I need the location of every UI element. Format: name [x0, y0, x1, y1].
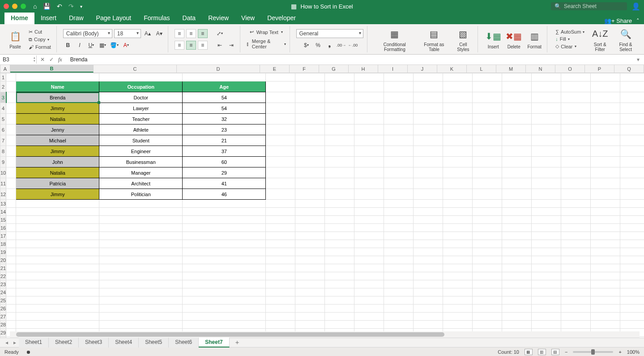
cell-I11[interactable]: [384, 178, 414, 189]
cell-B23[interactable]: [16, 280, 99, 288]
cell-K17[interactable]: [443, 232, 473, 240]
cell-D20[interactable]: [183, 256, 266, 264]
cell-J16[interactable]: [414, 224, 443, 232]
cell-G28[interactable]: [325, 321, 354, 329]
cell-N12[interactable]: [532, 189, 561, 200]
cell-K18[interactable]: [443, 240, 473, 248]
cell-O1[interactable]: [561, 73, 591, 81]
cell-Q4[interactable]: [620, 103, 644, 114]
bold-button[interactable]: B: [63, 41, 73, 50]
cell-M23[interactable]: [502, 280, 532, 288]
cell-M22[interactable]: [502, 272, 532, 280]
cell-P2[interactable]: [591, 81, 620, 92]
row-header-20[interactable]: 20: [0, 256, 6, 264]
col-header-M[interactable]: M: [496, 65, 526, 73]
row-header-10[interactable]: 10: [0, 167, 6, 178]
cell-N4[interactable]: [532, 103, 561, 114]
fill-color-button[interactable]: 🪣▾: [110, 41, 119, 50]
cell-C16[interactable]: [99, 224, 183, 232]
border-button[interactable]: ▦▾: [98, 41, 108, 50]
cell-I24[interactable]: [384, 288, 414, 296]
cell-P16[interactable]: [591, 224, 620, 232]
cell-O11[interactable]: [561, 178, 591, 189]
cell-I14[interactable]: [384, 208, 414, 216]
cell-A16[interactable]: [6, 224, 16, 232]
cell-C19[interactable]: [99, 248, 183, 256]
cell-E5[interactable]: [266, 114, 295, 124]
col-header-C[interactable]: C: [94, 65, 177, 73]
search-sheet-input[interactable]: 🔍 Search Sheet: [551, 2, 627, 10]
fx-icon[interactable]: fx: [58, 56, 62, 63]
cell-P3[interactable]: [591, 92, 620, 103]
cell-B11[interactable]: Patricia: [16, 178, 99, 189]
cell-G22[interactable]: [325, 272, 354, 280]
cell-F22[interactable]: [295, 272, 325, 280]
cell-Q1[interactable]: [620, 73, 644, 81]
format-as-table-button[interactable]: ▤Format as Table: [418, 27, 450, 52]
cell-C14[interactable]: [99, 208, 183, 216]
row-header-9[interactable]: 9: [0, 157, 6, 167]
cell-O28[interactable]: [561, 321, 591, 329]
cell-K2[interactable]: [443, 81, 473, 92]
cell-A11[interactable]: [6, 178, 16, 189]
cell-Q8[interactable]: [620, 146, 644, 157]
cell-F19[interactable]: [295, 248, 325, 256]
ribbon-tab-home[interactable]: Home: [4, 13, 34, 24]
cell-J5[interactable]: [414, 114, 443, 124]
cell-D21[interactable]: [183, 264, 266, 272]
cell-styles-button[interactable]: ▧Cell Styles: [452, 27, 474, 52]
cell-M3[interactable]: [502, 92, 532, 103]
cell-B28[interactable]: [16, 321, 99, 329]
cell-E18[interactable]: [266, 240, 295, 248]
sheet-tab-sheet1[interactable]: Sheet1: [19, 338, 49, 347]
row-header-14[interactable]: 14: [0, 208, 6, 216]
cell-C15[interactable]: [99, 216, 183, 224]
cancel-formula-icon[interactable]: ✕: [40, 56, 45, 63]
cell-G5[interactable]: [325, 114, 354, 124]
cell-G2[interactable]: [325, 81, 354, 92]
cell-F6[interactable]: [295, 124, 325, 135]
cell-E28[interactable]: [266, 321, 295, 329]
cell-B4[interactable]: Jimmy: [16, 103, 99, 114]
cell-J20[interactable]: [414, 256, 443, 264]
cell-J27[interactable]: [414, 313, 443, 321]
cell-L7[interactable]: [473, 135, 502, 146]
cell-F1[interactable]: [295, 73, 325, 81]
cell-H11[interactable]: [354, 178, 384, 189]
cell-H17[interactable]: [354, 232, 384, 240]
cell-G6[interactable]: [325, 124, 354, 135]
cell-Q27[interactable]: [620, 313, 644, 321]
cell-Q15[interactable]: [620, 216, 644, 224]
copy-button[interactable]: ⧉Copy ▾: [27, 36, 53, 43]
cell-L27[interactable]: [473, 313, 502, 321]
cell-A10[interactable]: [6, 167, 16, 178]
cell-F3[interactable]: [295, 92, 325, 103]
row-header-23[interactable]: 23: [0, 280, 6, 288]
cell-J13[interactable]: [414, 200, 443, 208]
sheet-tab-sheet6[interactable]: Sheet6: [169, 338, 199, 347]
row-header-7[interactable]: 7: [0, 135, 6, 146]
cell-G25[interactable]: [325, 296, 354, 305]
cell-E15[interactable]: [266, 216, 295, 224]
cell-L10[interactable]: [473, 167, 502, 178]
cell-L25[interactable]: [473, 296, 502, 305]
cell-I13[interactable]: [384, 200, 414, 208]
cell-K27[interactable]: [443, 313, 473, 321]
cell-H16[interactable]: [354, 224, 384, 232]
cell-F20[interactable]: [295, 256, 325, 264]
cell-F21[interactable]: [295, 264, 325, 272]
cell-C28[interactable]: [99, 321, 183, 329]
cell-L16[interactable]: [473, 224, 502, 232]
cell-C27[interactable]: [99, 313, 183, 321]
cell-J3[interactable]: [414, 92, 443, 103]
row-header-28[interactable]: 28: [0, 321, 6, 329]
cell-A13[interactable]: [6, 200, 16, 208]
cell-L8[interactable]: [473, 146, 502, 157]
cell-B20[interactable]: [16, 256, 99, 264]
cell-I16[interactable]: [384, 224, 414, 232]
sheet-nav-next[interactable]: ▸: [11, 339, 19, 346]
cell-C6[interactable]: Athlete: [99, 124, 183, 135]
cell-Q13[interactable]: [620, 200, 644, 208]
cell-G13[interactable]: [325, 200, 354, 208]
cell-A8[interactable]: [6, 146, 16, 157]
